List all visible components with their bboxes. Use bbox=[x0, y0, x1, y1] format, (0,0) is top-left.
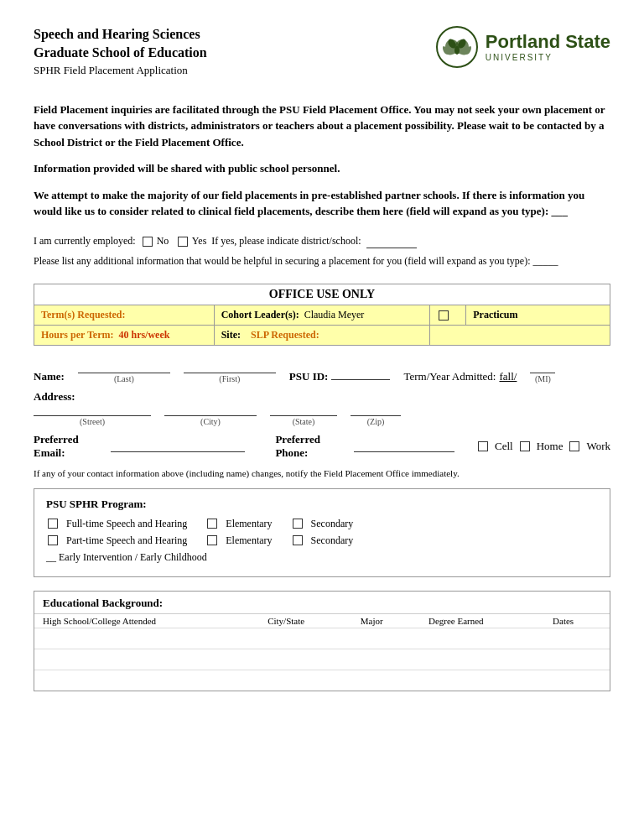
education-box: Educational Background: High School/Coll… bbox=[34, 591, 610, 691]
work-label: Work bbox=[586, 440, 610, 453]
education-table: High School/College Attended City/State … bbox=[34, 613, 610, 691]
mi-field[interactable] bbox=[530, 361, 555, 373]
page-header: Speech and Hearing Sciences Graduate Sch… bbox=[34, 25, 610, 78]
logo-area: Portland State UNIVERSITY bbox=[435, 25, 610, 69]
elementary-label: Elementary bbox=[226, 518, 272, 530]
last-name-col: (Last) bbox=[78, 361, 170, 383]
edu-cell[interactable] bbox=[259, 670, 352, 691]
employment-line: I am currently employed: No Yes If yes, … bbox=[34, 233, 610, 248]
edu-cell[interactable] bbox=[259, 628, 352, 649]
zip-field[interactable] bbox=[351, 404, 401, 416]
secondary2-label: Secondary bbox=[311, 534, 354, 547]
city-label: (City) bbox=[164, 417, 257, 426]
intro-para3: We attempt to make the majority of our f… bbox=[34, 187, 610, 220]
sphr-title: PSU SPHR Program: bbox=[46, 498, 598, 511]
contact-note: If any of your contact information above… bbox=[34, 468, 610, 478]
edu-col5-header: Dates bbox=[544, 613, 610, 628]
part-time-row: Part-time Speech and Hearing Elementary … bbox=[46, 534, 598, 547]
first-name-col: (First) bbox=[184, 361, 276, 383]
table-row bbox=[34, 649, 610, 670]
full-time-checkbox[interactable] bbox=[48, 519, 58, 529]
edu-cell[interactable] bbox=[544, 628, 610, 649]
state-label: (State) bbox=[270, 417, 337, 426]
table-row bbox=[34, 670, 610, 691]
email-field[interactable] bbox=[111, 440, 245, 452]
edu-cell[interactable] bbox=[352, 628, 420, 649]
edu-cell[interactable] bbox=[544, 670, 610, 691]
street-col: (Street) bbox=[34, 404, 151, 426]
district-field[interactable] bbox=[366, 237, 417, 248]
sphr-box: PSU SPHR Program: Full-time Speech and H… bbox=[34, 488, 610, 577]
employed-no-checkbox[interactable] bbox=[143, 237, 153, 247]
form-title: SPHR Field Placement Application bbox=[34, 63, 207, 78]
personal-info-section: Name: (Last) (First) PSU ID: Term/Year A… bbox=[34, 361, 610, 478]
edu-header-row: High School/College Attended City/State … bbox=[34, 613, 610, 628]
edu-col2-header: City/State bbox=[259, 613, 352, 628]
psu-id-label: PSU ID: bbox=[289, 370, 329, 383]
full-time-elementary-checkbox[interactable] bbox=[207, 519, 217, 529]
edu-cell[interactable] bbox=[34, 628, 259, 649]
cell-label: Cell bbox=[495, 440, 513, 453]
psu-id-field[interactable] bbox=[331, 367, 390, 380]
psu-logo: Portland State UNIVERSITY bbox=[435, 25, 610, 69]
street-field[interactable] bbox=[34, 404, 151, 416]
elementary2-label: Elementary bbox=[226, 534, 272, 547]
first-label: (First) bbox=[184, 374, 276, 383]
home-checkbox[interactable] bbox=[520, 441, 530, 451]
cell-checkbox[interactable] bbox=[478, 441, 488, 451]
practicum-checkbox[interactable] bbox=[439, 310, 449, 321]
department-name: Graduate School of Education bbox=[34, 44, 207, 62]
state-field[interactable] bbox=[270, 404, 337, 416]
phone-field[interactable] bbox=[354, 440, 454, 452]
zip-label: (Zip) bbox=[351, 417, 401, 426]
address-label: Address: bbox=[34, 390, 75, 403]
part-time-checkbox[interactable] bbox=[48, 535, 58, 545]
phone-options: Cell Home Work bbox=[476, 440, 610, 453]
psu-logo-text: Portland State UNIVERSITY bbox=[486, 32, 610, 61]
part-time-secondary-checkbox[interactable] bbox=[293, 535, 303, 545]
intro-para2: Information provided will be shared with… bbox=[34, 160, 610, 177]
edu-cell[interactable] bbox=[420, 628, 544, 649]
hours-value: 40 hrs/week bbox=[118, 329, 169, 341]
cohort-label: Cohort Leader(s): bbox=[221, 309, 299, 321]
cohort-value: Claudia Meyer bbox=[304, 309, 365, 321]
mi-label: (MI) bbox=[530, 374, 555, 383]
part-time-elementary-checkbox[interactable] bbox=[207, 535, 217, 545]
edu-cell[interactable] bbox=[420, 649, 544, 670]
address-section: Address: (Street) (City) (State) (Zip) bbox=[34, 390, 610, 426]
address-row: (Street) (City) (State) (Zip) bbox=[34, 404, 610, 426]
edu-cell[interactable] bbox=[34, 670, 259, 691]
full-time-secondary-checkbox[interactable] bbox=[293, 519, 303, 529]
full-time-row: Full-time Speech and Hearing Elementary … bbox=[46, 518, 598, 530]
employed-yes-checkbox[interactable] bbox=[178, 237, 188, 247]
yes-label: Yes bbox=[192, 235, 206, 247]
svg-point-3 bbox=[454, 46, 460, 55]
edu-cell[interactable] bbox=[34, 649, 259, 670]
city-field[interactable] bbox=[164, 404, 257, 416]
intro-para1: Field Placement inquiries are facilitate… bbox=[34, 102, 610, 151]
psu-logo-icon bbox=[435, 25, 479, 69]
edu-cell[interactable] bbox=[420, 670, 544, 691]
first-name-field[interactable] bbox=[184, 361, 276, 373]
street-label: (Street) bbox=[34, 417, 151, 426]
edu-cell[interactable] bbox=[259, 649, 352, 670]
home-label: Home bbox=[537, 440, 564, 453]
education-title: Educational Background: bbox=[34, 592, 610, 613]
edu-cell[interactable] bbox=[544, 649, 610, 670]
employment-section: I am currently employed: No Yes If yes, … bbox=[34, 233, 610, 268]
header-text: Speech and Hearing Sciences Graduate Sch… bbox=[34, 25, 207, 78]
edu-cell[interactable] bbox=[352, 649, 420, 670]
edu-col4-header: Degree Earned bbox=[420, 613, 544, 628]
early-row: __ Early Intervention / Early Childhood bbox=[46, 551, 598, 564]
psu-id-col: PSU ID: bbox=[289, 367, 391, 383]
city-col: (City) bbox=[164, 404, 257, 426]
work-checkbox[interactable] bbox=[569, 441, 579, 451]
no-label: No bbox=[157, 235, 169, 247]
zip-col: (Zip) bbox=[351, 404, 401, 426]
office-use-title: OFFICE USE ONLY bbox=[34, 284, 610, 305]
last-name-field[interactable] bbox=[78, 361, 170, 373]
terms-label: Term(s) Requested: bbox=[41, 309, 126, 321]
edu-col1-header: High School/College Attended bbox=[34, 613, 259, 628]
secondary-label: Secondary bbox=[311, 518, 354, 530]
edu-cell[interactable] bbox=[352, 670, 420, 691]
